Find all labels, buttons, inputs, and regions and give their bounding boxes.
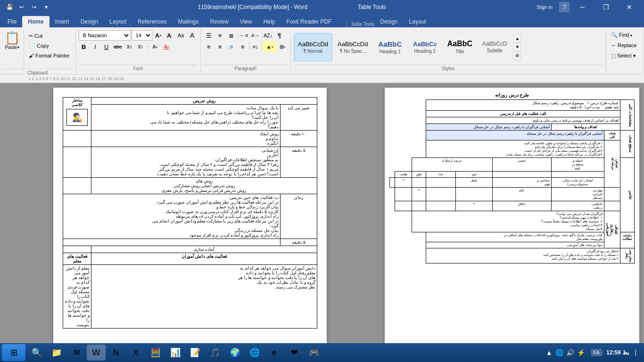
redo-qa-btn[interactable]: ↪ (28, 1, 40, 13)
paste-icon: 📋 (5, 31, 20, 45)
taskbar-app1[interactable]: 📝 (186, 345, 205, 361)
tab-table-layout[interactable]: Layout (404, 16, 432, 27)
taskbar-excel[interactable]: X (126, 345, 145, 361)
paste-button[interactable]: 📋 Paste▾ (3, 30, 22, 51)
tab-references[interactable]: References (132, 16, 172, 27)
tab-foxit[interactable]: Foxit Reader PDF (281, 16, 337, 27)
save-qa-btn[interactable]: 💾 (4, 1, 15, 13)
show-desktop-btn[interactable]: ▏ (633, 344, 642, 361)
select-button[interactable]: ⬚ Select ▾ (609, 51, 638, 60)
tab-help[interactable]: Help (258, 16, 281, 27)
tab-table-design[interactable]: Design (374, 16, 403, 27)
help-icon[interactable]: ? (559, 2, 570, 12)
minimize-btn[interactable]: ─ (571, 0, 593, 14)
taskbar-ppt[interactable]: 📊 (166, 345, 185, 361)
style-normal[interactable]: AaBbCcDd ¶ Normal (294, 33, 332, 61)
taskbar-app2[interactable]: 🎵 (206, 345, 224, 361)
multilevel-btn[interactable]: ≣ (226, 30, 237, 41)
taskbar-icons: 🔍 📁 ✉ W N X 🧮 📊 📝 🎵 🌍 🌐 e ❤ 🎮 (27, 345, 323, 361)
more-qa-btn[interactable]: ▾ (41, 1, 52, 13)
taskbar-app3[interactable]: ❤ (285, 345, 304, 361)
styles-down-btn[interactable]: ▼ (513, 43, 521, 51)
align-left-btn[interactable]: ≡ (204, 41, 214, 52)
document-area[interactable]: روش تدریس ساختارکلاسی 🕵️‍♂️ تغییر می کند… (0, 83, 380, 352)
tab-review[interactable]: Review (204, 16, 234, 27)
clock-time: 12:59 بظ (606, 349, 629, 356)
close-btn[interactable]: ✕ (619, 0, 640, 14)
style-subtitle[interactable]: AaBbCcD Subtitle (478, 33, 512, 61)
start-button[interactable]: ⊞ (2, 344, 25, 361)
taskbar-calc[interactable]: 🧮 (146, 345, 165, 361)
bold-btn[interactable]: B (79, 41, 89, 52)
para-sep4 (262, 41, 262, 49)
taskbar-firefox[interactable]: 🌍 (225, 345, 244, 361)
page-title: طرح درس روزانه (389, 92, 635, 98)
bullets-btn[interactable]: ☰ (204, 30, 214, 41)
numbering-btn[interactable]: ≡ (215, 30, 225, 41)
style-no-spacing[interactable]: AaBbCcDd ¶ No Spac... (333, 33, 372, 61)
restore-btn[interactable]: ❐ (595, 0, 617, 14)
taskbar-email[interactable]: ✉ (67, 345, 86, 361)
align-right-btn[interactable]: ≡ (226, 41, 237, 52)
shading-btn[interactable]: ▲▾ (263, 41, 276, 52)
tab-view[interactable]: View (234, 16, 258, 27)
right-panel[interactable]: طرح درس روزانه مشخصات کلی شماره طرح درس:… (380, 83, 644, 352)
tab-file[interactable]: File (2, 16, 22, 27)
taskbar-chrome[interactable]: 🌐 (245, 345, 264, 361)
grow-font-btn[interactable]: A+ (153, 30, 164, 41)
sort-btn[interactable]: AZ↓ (263, 30, 273, 41)
undo-qa-btn[interactable]: ↩ (16, 1, 27, 13)
clipboard-group: 📋 Paste▾ ✂ Cut 📄 Copy 🖌 Format Paint (0, 28, 76, 73)
taskbar-search[interactable]: 🔍 (27, 345, 46, 361)
tray-power-icon[interactable]: ⚡ (577, 349, 585, 356)
line-spacing-btn[interactable]: ≡↕ (250, 41, 261, 52)
paragraph-content: ☰ ≡ ≣ ←≡ ≡→ AZ↓ ¶ ≡ ≡ ≡ ≡ ≡↕ ▲▾ ⊞▾ (204, 29, 288, 65)
copy-button[interactable]: 📄 Copy (27, 41, 72, 50)
taskbar-app4[interactable]: 🎮 (305, 345, 323, 361)
style-subtitle-preview: AaBbCcD (482, 41, 507, 47)
replace-button[interactable]: ↔ Replace (609, 41, 638, 50)
show-hide-btn[interactable]: ¶ (274, 30, 285, 41)
sign-in-btn[interactable]: Sign in (532, 3, 557, 11)
shrink-font-btn[interactable]: A- (165, 30, 175, 41)
tab-home[interactable]: Home (22, 16, 49, 27)
taskbar-onenote[interactable]: N (107, 345, 125, 361)
clock[interactable]: 12:59 بظ (604, 349, 631, 356)
format-painter-button[interactable]: 🖌 Format Painter (27, 51, 72, 60)
tab-design[interactable]: Design (75, 16, 104, 27)
tray-network-icon[interactable]: 🌐 (555, 349, 563, 356)
superscript-btn[interactable]: X2 (135, 41, 146, 52)
cut-button[interactable]: ✂ Cut (27, 31, 72, 41)
borders-btn[interactable]: ⊞▾ (277, 41, 288, 52)
align-center-btn[interactable]: ≡ (215, 41, 225, 52)
style-title[interactable]: AaBbC Title (443, 33, 477, 61)
tray-volume-icon[interactable]: 🔊 (566, 349, 574, 356)
change-case-btn[interactable]: Aa (176, 30, 186, 41)
style-nospace-preview: AaBbCcDd (338, 41, 368, 48)
justify-btn[interactable]: ≡ (238, 41, 248, 52)
tab-layout[interactable]: Layout (104, 16, 132, 27)
text-highlight-btn[interactable]: A▾ (150, 41, 160, 52)
taskbar-ie[interactable]: e (265, 345, 284, 361)
find-button[interactable]: 🔍 Find ▾ (609, 30, 634, 40)
style-heading1[interactable]: AaBbC Heading 1 (373, 33, 407, 61)
increase-indent-btn[interactable]: ≡→ (250, 30, 261, 41)
underline-btn[interactable]: U (101, 41, 112, 52)
font-name-select[interactable]: B Nazanin (79, 30, 131, 41)
decrease-indent-btn[interactable]: ←≡ (239, 30, 249, 41)
clear-format-btn[interactable]: A (187, 30, 198, 41)
style-heading2[interactable]: AaBbCc Heading 2 (408, 33, 442, 61)
styles-expand-btn[interactable]: ⊞ (513, 52, 521, 59)
strikethrough-btn[interactable]: abc (113, 41, 123, 52)
font-size-select[interactable]: 14 (132, 30, 152, 41)
tab-insert[interactable]: Insert (50, 16, 75, 27)
taskbar-word[interactable]: W (87, 345, 106, 361)
styles-up-btn[interactable]: ▲ (513, 35, 521, 42)
tray-up-icon[interactable]: ▲ (546, 349, 553, 356)
language-switcher[interactable]: FA (591, 349, 603, 356)
taskbar-explorer[interactable]: 📁 (47, 345, 66, 361)
italic-btn[interactable]: I (90, 41, 100, 52)
subscript-btn[interactable]: X2 (124, 41, 134, 52)
tab-mailings[interactable]: Mailings (172, 16, 204, 27)
font-color-btn[interactable]: A▾ (161, 41, 172, 52)
